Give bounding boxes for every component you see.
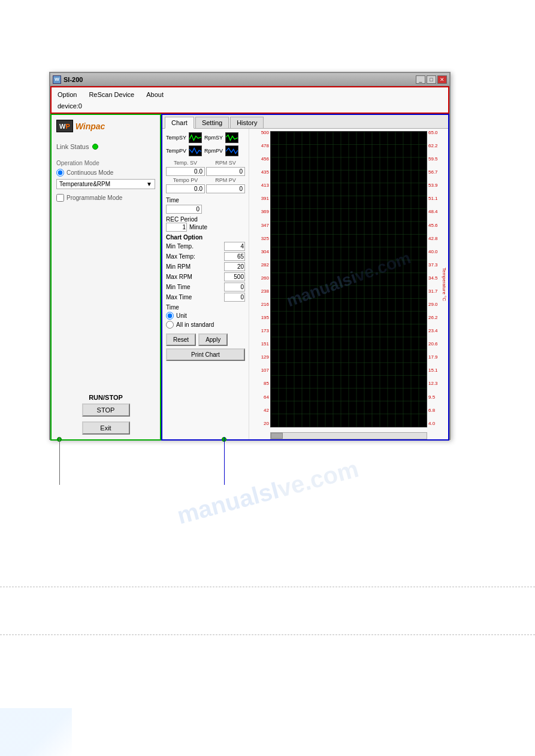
rpm-85: 85 [264,381,269,386]
unit-radio[interactable] [166,312,174,320]
legend-temp-pv-label: TempPV [166,148,186,154]
reset-button[interactable]: Reset [166,333,196,346]
app-icon: W [53,75,61,84]
minimize-button[interactable]: _ [416,75,425,84]
tab-chart[interactable]: Chart [165,117,194,129]
apply-button[interactable]: Apply [198,333,228,346]
menu-bar: Option ReScan Device About device:0 [50,86,449,114]
max-time-row: Max Time [166,293,245,302]
min-temp-input[interactable] [224,242,245,251]
max-temp-label: Max Temp: [166,253,195,260]
legend-rpm-sy-label: RpmSY [204,135,223,141]
rpm-478: 478 [261,143,269,148]
print-chart-button[interactable]: Print Chart [166,348,245,361]
min-rpm-label: Min RPM [166,263,191,270]
page-watermark: manualsIve.com [174,455,361,529]
link-status-row: Link Status [56,143,155,150]
rpm-42: 42 [264,408,269,413]
temp-40: 40.0 [428,249,438,254]
min-time-input[interactable] [224,283,245,292]
run-stop-section: RUN/STOP STOP [56,394,155,417]
rpm-151: 151 [261,341,269,347]
prog-mode-section: Programmable Mode [56,194,155,202]
run-stop-label: RUN/STOP [56,394,155,401]
temp-53: 53.9 [428,183,438,188]
temp-45: 45.6 [428,223,438,228]
min-time-label: Min Time [166,284,191,290]
rpm-107: 107 [261,368,269,373]
continuous-mode-radio[interactable] [56,169,64,177]
bottom-decoration [0,708,72,756]
rec-period-input[interactable] [166,223,187,232]
chart-scrollbar[interactable] [270,432,427,439]
annotation-line-right [224,437,225,485]
max-temp-input[interactable] [224,252,245,261]
time-section: Time 0 [166,197,245,214]
rpm-pv-label: RPM PV [206,177,245,183]
unit-radio-row: Unit [166,312,245,320]
temp-37: 37.3 [428,262,438,268]
rpm-sv-label: RPM SV [206,160,245,166]
menu-rescan[interactable]: ReScan Device [85,90,138,99]
time-label: Time [166,197,245,204]
chart-container: 500 478 456 435 413 391 369 347 325 304 … [249,129,448,439]
link-status-dot [92,144,98,150]
menu-option[interactable]: Option [54,90,80,99]
max-time-input[interactable] [224,293,245,302]
rpm-391: 391 [261,196,269,201]
mode-dropdown[interactable]: Temperature&RPM ▼ [56,179,155,189]
temp-sv-label: Temp. SV [166,160,205,166]
temp-4: 4.0 [428,421,435,426]
app-window: W SI-200 _ □ ✕ Option ReScan Device Abou… [49,72,451,440]
menu-about[interactable]: About [143,90,167,99]
rpm-282: 282 [261,262,269,268]
rpm-304: 304 [261,249,269,254]
tab-history[interactable]: History [230,117,264,128]
action-buttons: Reset Apply [166,333,245,346]
max-time-label: Max Time [166,294,192,300]
chart-grid-svg [271,132,427,427]
maximize-button[interactable]: □ [427,75,436,84]
legend-rpm-sy-icon [225,132,238,143]
scrollbar-thumb[interactable] [271,433,283,439]
device-bar: device:0 [54,101,446,111]
close-button[interactable]: ✕ [437,75,447,84]
tab-setting[interactable]: Setting [195,117,229,128]
continuous-mode-row: Continuous Mode [56,169,155,177]
all-standard-row: All in standard [166,321,245,329]
right-panel: Chart Setting History TempSY RpmSY [161,114,449,441]
all-standard-radio[interactable] [166,321,174,329]
dropdown-arrow-icon: ▼ [146,181,152,187]
temp-59: 59.5 [428,156,438,162]
legend-temp-sy-icon [189,132,202,143]
rpm-pv-value: 0 [206,184,245,193]
temp-31: 31.7 [428,289,438,294]
prog-mode-checkbox[interactable] [56,194,64,202]
black-chart: manualsive.com [270,131,427,427]
logo-p-text: P [65,123,69,130]
title-buttons: _ □ ✕ [416,75,447,84]
stop-button[interactable]: STOP [82,403,130,417]
window-title: SI-200 [64,76,83,83]
temp-20: 20.6 [428,341,438,347]
left-panel: WP Winpac Link Status Operation Mode Con… [50,114,161,441]
rpm-260: 260 [261,275,269,281]
max-rpm-input[interactable] [224,272,245,281]
main-content: WP Winpac Link Status Operation Mode Con… [50,114,449,441]
tab-bar: Chart Setting History [162,115,448,129]
min-temp-label: Min Temp. [166,243,194,250]
link-status-label: Link Status [56,143,89,150]
max-rpm-label: Max RPM [166,274,192,280]
legend-row-2: TempPV RpmPV [166,145,245,156]
menu-row: Option ReScan Device About [54,89,446,101]
rpm-64: 64 [264,394,269,400]
y-axis-rpm: 500 478 456 435 413 391 369 347 325 304 … [249,129,270,427]
temp-9: 9.5 [428,394,435,400]
exit-button[interactable]: Exit [82,421,130,435]
temp-17: 17.9 [428,354,438,360]
min-temp-row: Min Temp. [166,242,245,251]
logo-wp-text: W [59,123,65,130]
temp-56: 56.7 [428,169,438,175]
min-rpm-input[interactable] [224,262,245,271]
temp-23: 23.4 [428,328,438,333]
